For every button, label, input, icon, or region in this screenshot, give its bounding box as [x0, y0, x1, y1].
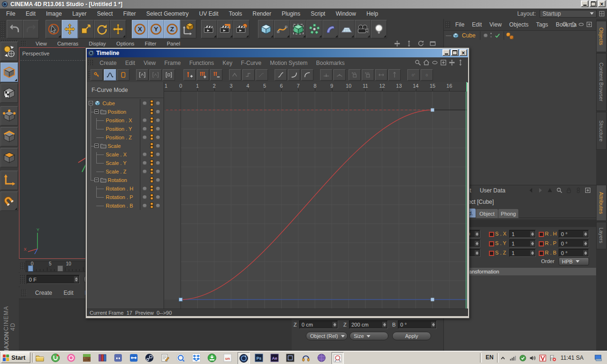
ripple-clip-icon[interactable]	[163, 69, 175, 81]
keyframe-track-icon[interactable]	[150, 194, 154, 200]
apply-button[interactable]: Apply	[392, 332, 431, 340]
solo-dot-icon[interactable]	[156, 187, 160, 191]
add-array-icon[interactable]	[306, 20, 322, 38]
track-row-rotation[interactable]: Rotation	[87, 176, 164, 184]
show-desktop-icon[interactable]	[594, 354, 603, 362]
coord-dropdown-object-rel[interactable]: Object (Rel)	[306, 332, 348, 340]
solo-dot-icon[interactable]	[156, 136, 160, 139]
timeline-menu-functions[interactable]: Functions	[185, 60, 218, 66]
collapse-icon[interactable]	[94, 109, 99, 114]
updater-icon[interactable]	[519, 354, 527, 362]
timeline-menu-view[interactable]: View	[139, 60, 160, 66]
teamviewer-icon[interactable]	[128, 352, 139, 364]
add-cube-icon[interactable]	[258, 20, 274, 38]
mute-dot-icon[interactable]	[143, 136, 147, 139]
history-forward-icon[interactable]	[537, 187, 544, 194]
lock-z-icon[interactable]: Z	[164, 20, 180, 38]
coord-field-1[interactable]: 200 cm	[349, 320, 388, 329]
photoshop-icon[interactable]: Ps	[253, 352, 265, 364]
minecraft-icon[interactable]	[81, 352, 92, 364]
timeline-menu-motion-system[interactable]: Motion System	[266, 60, 312, 66]
mute-dot-icon[interactable]	[143, 187, 147, 191]
fcurve-mode-selector[interactable]: F-Curve Mode	[87, 82, 164, 98]
rotation-field-0[interactable]: 0 °	[559, 230, 589, 238]
snipping-icon[interactable]	[331, 352, 344, 364]
keyframe-track-icon[interactable]	[150, 117, 154, 123]
keyframe-circle-icon[interactable]	[539, 241, 544, 246]
add-subdivision-icon[interactable]	[290, 20, 306, 38]
make-editable-icon[interactable]	[0, 42, 18, 61]
zero-angle-icon[interactable]: 0°	[407, 69, 420, 81]
add-floor-icon[interactable]	[339, 20, 355, 38]
tray-language[interactable]: EN	[486, 354, 494, 361]
side-tab-content-browser[interactable]: Content Browser	[596, 53, 607, 111]
timeline-titlebar[interactable]: Timeline ×	[87, 49, 468, 57]
mute-dot-icon[interactable]	[143, 204, 147, 208]
motion-mode-icon[interactable]	[117, 69, 129, 81]
scale-field-2[interactable]: 1	[509, 249, 536, 257]
notes-icon[interactable]	[159, 352, 171, 364]
track-row-rotation-p[interactable]: Rotation . P	[87, 193, 164, 201]
tangent-break-icon[interactable]	[333, 69, 346, 81]
interp-step-icon[interactable]	[242, 69, 255, 81]
visibility-dot-icon[interactable]	[484, 34, 487, 37]
interp-dots-icon[interactable]	[256, 69, 268, 81]
zero-value-icon[interactable]: 0	[421, 69, 433, 81]
objects-menu-tags[interactable]: Tags	[533, 21, 552, 28]
lock-time-icon[interactable]	[349, 69, 361, 81]
solo-dot-icon[interactable]	[156, 153, 160, 156]
layout-dropdown[interactable]: Startup	[540, 10, 597, 18]
tangent-auto-icon[interactable]	[320, 69, 332, 81]
offline-flag-icon[interactable]	[549, 354, 557, 362]
point-mode-icon[interactable]	[0, 106, 18, 126]
keyframe-track-icon[interactable]	[150, 160, 154, 166]
minimize-button[interactable]	[581, 0, 589, 7]
mediaplayer-icon[interactable]	[316, 352, 327, 364]
osu-icon[interactable]	[65, 352, 77, 364]
solo-dot-icon[interactable]	[156, 178, 160, 182]
scale-icon[interactable]	[78, 20, 94, 38]
filter-oval-icon[interactable]	[431, 59, 439, 66]
add-key-icon[interactable]	[184, 69, 196, 81]
lock-icon[interactable]	[565, 187, 572, 194]
menu-layer[interactable]: Layer	[67, 10, 92, 17]
track-row-scale-z[interactable]: Scale . Z	[87, 167, 164, 176]
headphones-icon[interactable]	[300, 352, 312, 364]
keyframe-track-icon[interactable]	[150, 151, 154, 157]
edge-mode-icon[interactable]	[0, 127, 18, 146]
start-button[interactable]: Start	[1, 352, 30, 363]
add-panel-icon[interactable]	[584, 187, 591, 194]
viewport-menu-options[interactable]: Options	[111, 41, 139, 46]
keyframe-circle-icon[interactable]	[539, 251, 544, 256]
up-arrow-icon[interactable]	[546, 187, 553, 194]
rotate-icon[interactable]	[94, 20, 110, 38]
delete-key-icon[interactable]	[210, 69, 222, 81]
solo-dot-icon[interactable]	[156, 170, 160, 173]
menu-image[interactable]: Image	[41, 10, 67, 17]
search-icon[interactable]	[556, 187, 563, 194]
pan-icon[interactable]	[448, 59, 456, 66]
axis-mode-icon[interactable]	[0, 171, 18, 190]
layout-grid-icon[interactable]	[598, 10, 605, 17]
texture-mode-icon[interactable]	[0, 83, 18, 103]
move-icon[interactable]	[62, 20, 78, 38]
tab-object[interactable]: Object	[476, 209, 498, 218]
redo-icon[interactable]	[23, 20, 39, 38]
menu-file[interactable]: File	[1, 10, 20, 17]
network-bars-icon[interactable]	[509, 354, 517, 362]
solo-dot-icon[interactable]	[156, 204, 160, 208]
keyframe-track-icon[interactable]	[150, 185, 154, 191]
add-camera-icon[interactable]	[355, 20, 371, 38]
pan-view-icon[interactable]	[393, 40, 401, 47]
lock-y-icon[interactable]: Y	[148, 20, 164, 38]
keyframe-track-icon[interactable]	[150, 177, 154, 183]
material-menu-create[interactable]: Create	[29, 290, 58, 296]
menu-plugins[interactable]: Plugins	[276, 10, 305, 17]
solo-dot-icon[interactable]	[156, 195, 160, 199]
menu-edit[interactable]: Edit	[20, 10, 41, 17]
viewport-camera-label[interactable]: Perspective	[22, 51, 49, 56]
undo-icon[interactable]	[7, 20, 23, 38]
fcurve-plot[interactable]	[164, 91, 467, 309]
restore-button[interactable]	[589, 0, 597, 7]
menu-select-geometry[interactable]: Select Geometry	[141, 10, 193, 17]
